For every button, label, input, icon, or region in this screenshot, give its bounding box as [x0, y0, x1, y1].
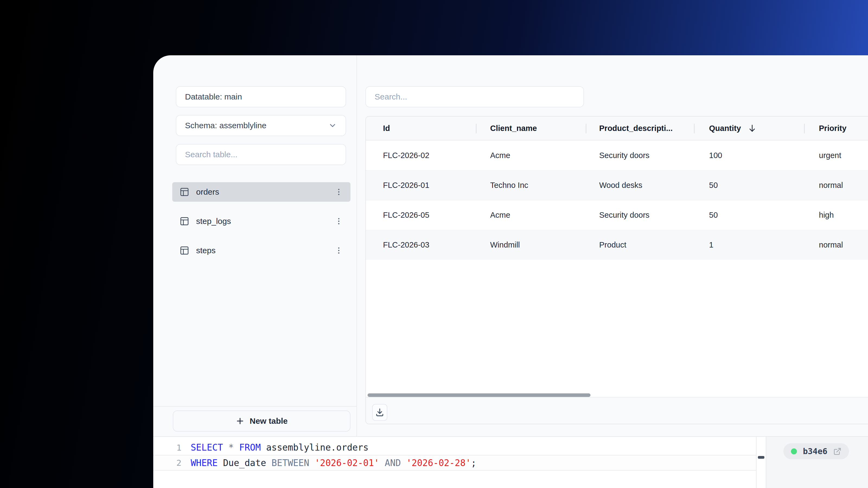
table-row[interactable]: FLC-2026-03 Windmill Product 1 normal: [366, 230, 868, 260]
table-icon: [179, 216, 190, 226]
column-header-client-name[interactable]: Client_name: [490, 117, 537, 140]
run-id-label: b34e6: [803, 447, 827, 456]
cell-client-name: Windmill: [490, 230, 520, 260]
cell-quantity: 50: [709, 200, 718, 230]
run-status-badge[interactable]: b34e6: [783, 443, 849, 459]
plus-icon: [236, 416, 245, 426]
sql-line-1[interactable]: 1 SELECT * FROM assemblyline.orders: [153, 440, 756, 455]
editor-scrollbar[interactable]: [756, 437, 766, 488]
data-grid: Id Client_name Product_descripti... Quan…: [365, 116, 868, 424]
kebab-menu-icon[interactable]: [334, 187, 343, 197]
column-header-id[interactable]: Id: [383, 117, 390, 140]
table-item-label: step_logs: [196, 217, 231, 226]
kebab-menu-icon[interactable]: [334, 217, 343, 226]
cell-priority: normal: [819, 230, 843, 260]
sidebar-item-step-logs[interactable]: step_logs: [172, 212, 350, 231]
sql-editor: 1 SELECT * FROM assemblyline.orders 2 WH…: [153, 436, 868, 488]
sidebar-item-steps[interactable]: steps: [172, 241, 350, 260]
cell-quantity: 100: [709, 140, 722, 170]
cell-priority: high: [819, 200, 834, 230]
cell-quantity: 1: [709, 230, 713, 260]
schema-label: Schema: assemblyline: [185, 121, 267, 130]
column-header-product-description[interactable]: Product_descripti...: [599, 117, 673, 140]
grid-search-input[interactable]: [375, 92, 575, 101]
table-item-label: steps: [196, 246, 216, 255]
horizontal-scrollbar[interactable]: [368, 393, 590, 397]
table-row[interactable]: FLC-2026-02 Acme Security doors 100 urge…: [366, 140, 868, 170]
new-table-button[interactable]: New table: [173, 411, 350, 432]
grid-footer: [366, 397, 868, 424]
sidebar-item-orders[interactable]: orders: [172, 182, 350, 202]
column-separator: [694, 124, 695, 133]
app-window: Datatable: main Schema: assemblyline ord…: [153, 55, 868, 488]
cell-id: FLC-2026-03: [383, 230, 429, 260]
schema-selector[interactable]: Schema: assemblyline: [176, 115, 346, 136]
table-icon: [179, 246, 190, 256]
sort-desc-arrow-icon: [748, 124, 757, 133]
datatable-label: Datatable: main: [185, 92, 242, 101]
sql-code-text: WHERE Due_date BETWEEN '2026-02-01' AND …: [185, 458, 476, 468]
sidebar-divider: [356, 55, 357, 436]
download-icon: [375, 408, 384, 417]
cell-product-description: Security doors: [599, 200, 649, 230]
cell-quantity: 50: [709, 170, 718, 200]
kebab-menu-icon[interactable]: [334, 246, 343, 255]
cell-id: FLC-2026-02: [383, 140, 429, 170]
line-number: 2: [153, 458, 185, 468]
sidebar-bottom-separator: [153, 406, 357, 407]
cell-product-description: Security doors: [599, 140, 649, 170]
datatable-selector[interactable]: Datatable: main: [176, 86, 346, 107]
cell-priority: normal: [819, 170, 843, 200]
table-item-label: orders: [196, 187, 219, 197]
cell-client-name: Acme: [490, 140, 510, 170]
sql-code-area[interactable]: 1 SELECT * FROM assemblyline.orders 2 WH…: [153, 437, 756, 488]
external-link-icon[interactable]: [833, 447, 841, 455]
cell-product-description: Wood desks: [599, 170, 642, 200]
sql-code-text: SELECT * FROM assemblyline.orders: [185, 442, 369, 453]
editor-scrollbar-thumb[interactable]: [758, 456, 764, 459]
cell-client-name: Techno Inc: [490, 170, 528, 200]
grid-header-row: Id Client_name Product_descripti... Quan…: [366, 117, 868, 140]
chevron-down-icon: [328, 121, 337, 130]
table-search-input[interactable]: [185, 150, 337, 159]
grid-search-field[interactable]: [365, 86, 584, 107]
cell-id: FLC-2026-01: [383, 170, 429, 200]
column-header-quantity[interactable]: Quantity: [709, 117, 757, 140]
sql-line-2-current[interactable]: 2 WHERE Due_date BETWEEN '2026-02-01' AN…: [153, 455, 756, 470]
new-table-label: New table: [250, 416, 287, 426]
table-search-field[interactable]: [176, 144, 346, 165]
download-button[interactable]: [372, 404, 388, 421]
column-separator: [586, 124, 586, 133]
line-number: 1: [153, 443, 185, 453]
cell-product-description: Product: [599, 230, 626, 260]
cell-id: FLC-2026-05: [383, 200, 429, 230]
cell-priority: urgent: [819, 140, 841, 170]
table-row[interactable]: FLC-2026-05 Acme Security doors 50 high: [366, 200, 868, 230]
column-separator: [804, 124, 805, 133]
table-row[interactable]: FLC-2026-01 Techno Inc Wood desks 50 nor…: [366, 170, 868, 200]
column-header-priority[interactable]: Priority: [819, 117, 846, 140]
table-icon: [179, 187, 190, 197]
status-dot-green: [791, 448, 797, 454]
column-separator: [476, 124, 476, 133]
cell-client-name: Acme: [490, 200, 510, 230]
status-zone: b34e6: [766, 437, 868, 488]
